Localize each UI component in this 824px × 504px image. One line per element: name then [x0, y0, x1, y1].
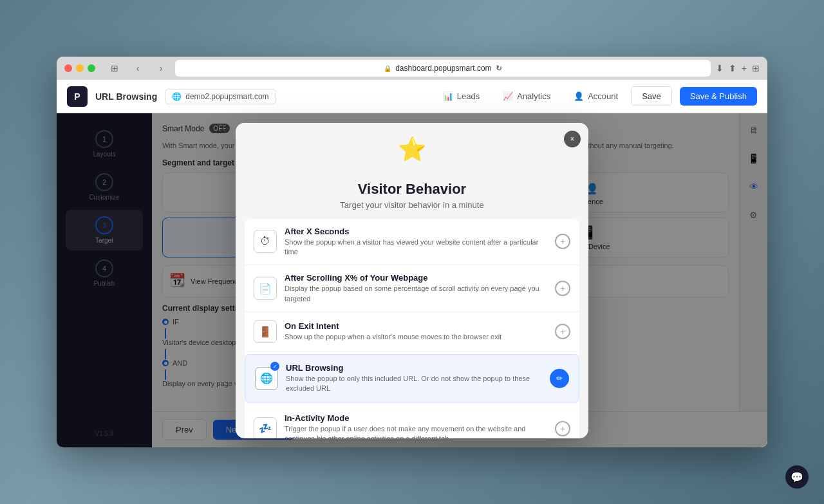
after-x-seconds-desc: Show the popup when a visitor has viewed…: [285, 238, 547, 257]
after-scrolling-content: After Scrolling X% of Your Webpage Displ…: [285, 273, 547, 304]
toolbar-nav: 📊 Leads 📈 Analytics 👤 Account: [438, 89, 623, 104]
after-x-seconds-content: After X Seconds Show the popup when a vi…: [285, 227, 547, 257]
after-x-seconds-title: After X Seconds: [285, 227, 547, 236]
tab-bar: ⊞ ‹ › 🔒 dashboard.popupsmart.com ↻ ⬇ ⬆ +…: [57, 57, 767, 80]
inactivity-content: In-Activity Mode Trigger the popup if a …: [285, 413, 547, 438]
selected-check-icon: ✓: [270, 362, 279, 371]
leads-nav-item[interactable]: 📊 Leads: [438, 89, 485, 104]
exit-intent-icon: 🚪: [254, 320, 277, 343]
star-icon: ⭐: [393, 136, 431, 163]
address-bar[interactable]: 🔒 dashboard.popupsmart.com ↻: [175, 60, 711, 77]
modal-list: ⏱ After X Seconds Show the popup when a …: [245, 219, 579, 438]
back-icon[interactable]: ‹: [129, 59, 147, 77]
inactivity-desc: Trigger the popup if a user does not mak…: [285, 424, 547, 438]
domain-text: demo2.popupsmart.com: [185, 92, 268, 101]
share-icon[interactable]: ⬆: [729, 63, 736, 73]
app-logo: P: [67, 86, 88, 107]
url-browsing-desc: Show the popup to only this included URL…: [286, 374, 542, 394]
grid-icon[interactable]: ⊞: [752, 63, 760, 73]
account-nav-item[interactable]: 👤 Account: [568, 89, 623, 104]
after-scrolling-desc: Display the popup based on some percenta…: [285, 284, 547, 304]
save-button[interactable]: Save: [631, 86, 672, 106]
url-text: dashboard.popupsmart.com: [395, 64, 491, 73]
add-after-x-seconds-button[interactable]: +: [555, 234, 570, 249]
analytics-icon: 📈: [503, 91, 513, 101]
inactivity-title: In-Activity Mode: [285, 413, 547, 423]
close-icon: ×: [570, 135, 574, 144]
account-label: Account: [588, 91, 618, 101]
forward-icon[interactable]: ›: [152, 59, 170, 77]
exit-intent-title: On Exit Intent: [285, 321, 547, 331]
edit-url-browsing-button[interactable]: ✏: [550, 369, 569, 388]
leads-label: Leads: [457, 91, 480, 101]
sidebar-toggle-icon[interactable]: ⊞: [106, 59, 124, 77]
inactivity-icon: 💤: [254, 417, 277, 438]
globe-icon: 🌐: [172, 92, 182, 101]
url-browsing-title: URL Browsing: [286, 363, 542, 373]
account-icon: 👤: [574, 91, 584, 101]
after-scrolling-icon: 📄: [254, 277, 277, 300]
maximize-button[interactable]: [88, 64, 95, 72]
app-name: URL Browsing: [95, 91, 157, 102]
modal-close-button[interactable]: ×: [564, 131, 581, 147]
new-tab-icon[interactable]: +: [742, 63, 747, 73]
url-browsing-content: URL Browsing Show the popup to only this…: [286, 363, 542, 394]
domain-badge: 🌐 demo2.popupsmart.com: [165, 89, 276, 104]
after-scrolling-title: After Scrolling X% of Your Webpage: [285, 273, 547, 283]
browser-window: ⊞ ‹ › 🔒 dashboard.popupsmart.com ↻ ⬇ ⬆ +…: [57, 57, 767, 447]
visitor-behavior-modal: × ⭐ Visitor Behavior Target your visitor…: [236, 123, 588, 438]
modal-subtitle: Target your visitor behavior in a minute: [248, 200, 576, 210]
chat-icon: 💬: [791, 471, 803, 483]
add-after-scrolling-button[interactable]: +: [555, 281, 570, 296]
analytics-nav-item[interactable]: 📈 Analytics: [498, 89, 556, 104]
close-button[interactable]: [64, 64, 72, 72]
leads-icon: 📊: [443, 91, 453, 101]
traffic-lights: [64, 64, 95, 72]
download-icon[interactable]: ⬇: [716, 63, 724, 73]
exit-intent-content: On Exit Intent Show up the popup when a …: [285, 321, 547, 342]
minimize-button[interactable]: [76, 64, 84, 72]
main-area: 1 Layouts 2 Customize 3 Target 4 Publish…: [57, 113, 767, 447]
app-toolbar: P URL Browsing 🌐 demo2.popupsmart.com 📊 …: [57, 80, 767, 113]
chat-button[interactable]: 💬: [785, 465, 809, 489]
modal-title: Visitor Behavior: [248, 181, 576, 198]
after-x-seconds-icon: ⏱: [254, 230, 277, 253]
save-publish-button[interactable]: Save & Publish: [680, 87, 757, 106]
refresh-icon: ↻: [496, 64, 502, 73]
modal-item-exit-intent[interactable]: 🚪 On Exit Intent Show up the popup when …: [245, 312, 579, 351]
add-inactivity-button[interactable]: +: [555, 421, 570, 436]
modal-header: ⭐ Visitor Behavior Target your visitor b…: [236, 123, 588, 219]
exit-intent-desc: Show up the popup when a visitor's mouse…: [285, 332, 547, 342]
modal-item-after-scrolling[interactable]: 📄 After Scrolling X% of Your Webpage Dis…: [245, 265, 579, 312]
analytics-label: Analytics: [517, 91, 550, 101]
add-exit-intent-button[interactable]: +: [555, 324, 570, 339]
modal-overlay: × ⭐ Visitor Behavior Target your visitor…: [57, 113, 767, 447]
modal-item-after-x-seconds[interactable]: ⏱ After X Seconds Show the popup when a …: [245, 219, 579, 266]
modal-icon-area: ⭐: [393, 136, 431, 174]
lock-icon: 🔒: [384, 65, 391, 72]
modal-item-url-browsing[interactable]: ✓ 🌐 URL Browsing Show the popup to only …: [245, 354, 579, 403]
tab-bar-right: ⬇ ⬆ + ⊞: [716, 63, 760, 73]
modal-item-inactivity[interactable]: 💤 In-Activity Mode Trigger the popup if …: [245, 406, 579, 438]
